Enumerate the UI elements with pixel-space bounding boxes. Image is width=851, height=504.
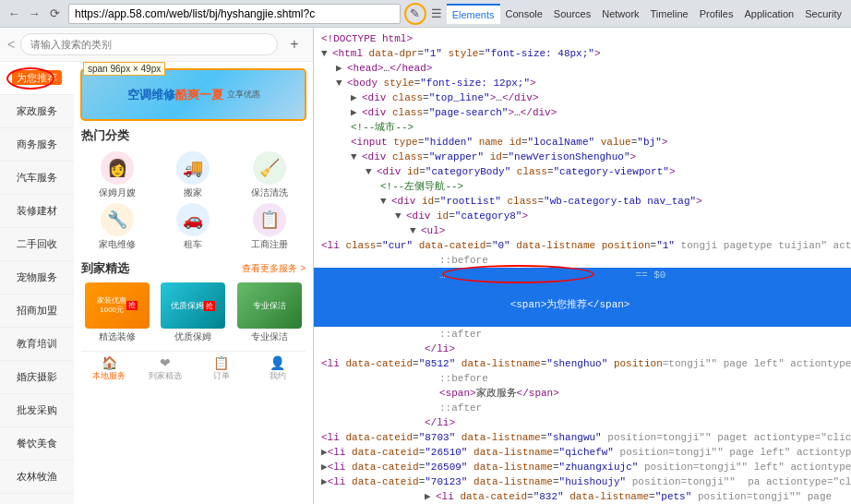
html-line: <input type="hidden" name id="localName"…	[314, 135, 851, 150]
expand-icon[interactable]: ▶	[321, 445, 328, 460]
devtools-toggle-button[interactable]: ✎	[404, 3, 426, 25]
expand-icon[interactable]: ▼	[410, 223, 421, 238]
selected-html-line[interactable]: … <span>为您推荐</span> == $0	[314, 268, 851, 327]
html-line: ::after	[314, 401, 851, 415]
browser-panel: < + 为您推荐 家政服务 商务服务 汽车服务 装修建材 二手回收 宠物服务	[0, 28, 314, 504]
html-line: <span>家政服务</span>	[314, 386, 851, 401]
banner-area: span 96px × 49px 空调维修酷爽一夏 立享优惠	[81, 69, 306, 120]
promo-item-1[interactable]: 优质保姆抢 优质保姆	[157, 282, 229, 343]
html-line: <!--左侧导航-->	[314, 179, 851, 194]
tab-console[interactable]: Console	[500, 5, 548, 23]
hot-item-1[interactable]: 🚚 搬家	[157, 151, 229, 199]
hot-icon-4: 🚗	[176, 203, 210, 236]
expand-icon[interactable]: ▶	[321, 460, 328, 474]
expand-icon[interactable]: ▼	[351, 150, 362, 164]
tab-network[interactable]: Network	[596, 5, 644, 23]
tab-elements[interactable]: Elements	[447, 4, 500, 24]
html-line: <!--城市-->	[314, 120, 851, 135]
hot-item-2[interactable]: 🧹 保洁清洗	[234, 151, 306, 199]
html-line: ▼ <body style="font-size: 12px;">	[314, 76, 851, 90]
tab-order-label: 订单	[213, 371, 230, 380]
html-line: </li>	[314, 342, 851, 356]
tab-security[interactable]: Security	[799, 5, 847, 23]
reload-button[interactable]: ⟳	[44, 4, 65, 24]
hot-label-3: 家电维修	[99, 238, 136, 251]
mobile-add-button[interactable]: +	[283, 33, 306, 55]
sidebar-item-pfcg[interactable]: 批发采购	[0, 394, 74, 427]
order-icon: 📋	[194, 355, 250, 370]
banner-text: 空调维修酷爽一夏	[127, 87, 223, 103]
tab-my-label: 我约	[270, 371, 286, 380]
sidebar-item-cwfw[interactable]: 宠物服务	[0, 261, 74, 294]
url-bar[interactable]	[68, 4, 401, 24]
back-button[interactable]: ←	[4, 4, 24, 24]
tab-dj[interactable]: ❤ 到家精选	[138, 355, 194, 382]
html-line: ▼ <div id="category8">	[314, 209, 851, 223]
sidebar-item-jypx[interactable]: 教育培训	[0, 328, 74, 361]
view-more-link[interactable]: 查看更多服务 >	[242, 262, 306, 275]
promo-item-2[interactable]: 专业保洁 专业保洁	[234, 282, 306, 343]
sidebar-item-zsjm[interactable]: 招商加盟	[0, 294, 74, 328]
browser-nav: < +	[0, 28, 313, 62]
sidebar-item-swfw[interactable]: 商务服务	[0, 128, 74, 162]
span-text: 为您推荐	[546, 299, 587, 310]
more-button[interactable]: ☰	[426, 4, 447, 24]
tag-doctype: <!DOCTYPE html>	[321, 31, 413, 46]
html-line: ▶ <div class="top_line">…</div>	[314, 90, 851, 105]
mobile-back-button[interactable]: <	[7, 37, 15, 52]
tab-dj-label: 到家精选	[149, 371, 182, 380]
html-line: <li data-cateid="8703" data-listname="sh…	[314, 430, 851, 445]
sidebar-item-jzfw[interactable]: 家政服务	[0, 95, 74, 128]
hot-item-0[interactable]: 👩 保姆月嫂	[81, 151, 153, 199]
hot-grid: 👩 保姆月嫂 🚚 搬家 🧹 保洁清洗 🔧 家电维修	[81, 151, 306, 251]
expand-icon[interactable]: ▶	[351, 105, 362, 120]
expand-icon[interactable]: ▶	[321, 474, 328, 489]
sidebar-item-wyp[interactable]: 为您推荐	[0, 62, 74, 95]
sidebar-item-nlmy[interactable]: 农林牧渔	[0, 461, 74, 494]
tab-local[interactable]: 🏠 本地服务	[81, 355, 138, 382]
expand-icon[interactable]: ▶	[336, 61, 347, 76]
html-line: ▶ <div class="page-search">…</div>	[314, 105, 851, 120]
expand-icon[interactable]: ▼	[380, 194, 391, 209]
tab-sources[interactable]: Sources	[548, 5, 596, 23]
attr: data-dpr	[369, 46, 418, 61]
browser-toolbar: ← → ⟳ ✎ ☰ Elements Console Sources Netwo…	[0, 0, 851, 28]
wyp-label: 为您推荐	[12, 70, 62, 85]
expand-icon[interactable]: ▶	[425, 489, 436, 504]
expand-icon[interactable]: ▼	[321, 46, 332, 61]
span-tag-close: </span>	[587, 299, 629, 310]
hot-item-5[interactable]: 📋 工商注册	[234, 203, 306, 251]
hot-label-5: 工商注册	[251, 238, 288, 251]
sidebar-item-hqsy[interactable]: 婚庆摄影	[0, 361, 74, 394]
tab-my[interactable]: 👤 我约	[249, 355, 306, 382]
html-line: ▶ <li data-cateid="832" data-listname="p…	[314, 489, 851, 504]
sidebar-item-cyms[interactable]: 餐饮美食	[0, 427, 74, 461]
hot-item-3[interactable]: 🔧 家电维修	[81, 203, 153, 251]
sidebar-item-qcfw[interactable]: 汽车服务	[0, 162, 74, 195]
hot-item-4[interactable]: 🚗 租车	[157, 203, 229, 251]
attr: style	[448, 46, 478, 61]
tab-application[interactable]: Application	[738, 5, 799, 23]
tab-timeline[interactable]: Timeline	[645, 5, 694, 23]
expand-icon[interactable]: ▼	[395, 209, 406, 223]
promo-item-0[interactable]: 家装优惠1000元抢 精选装修	[81, 282, 153, 343]
sidebar-item-lyjd[interactable]: 旅游酒店	[0, 494, 74, 504]
tab-order[interactable]: 📋 订单	[194, 355, 250, 382]
html-line: ▼ <div id="rootList" class="wb-category-…	[314, 194, 851, 209]
forward-button[interactable]: →	[24, 4, 44, 24]
jingxuan-header: 到家精选 查看更多服务 >	[81, 260, 306, 277]
sidebar-item-eshsh[interactable]: 二手回收	[0, 228, 74, 261]
html-line: ::before	[314, 371, 851, 386]
expand-icon[interactable]: ▼	[336, 76, 347, 90]
star-icon: ❤	[138, 355, 194, 370]
sidebar-item-zxjc[interactable]: 装修建材	[0, 195, 74, 228]
tag: >	[594, 46, 601, 61]
mobile-search-input[interactable]	[20, 33, 278, 55]
tag-head: <head>	[347, 61, 384, 76]
promo-box-2: 专业保洁	[237, 282, 302, 329]
tab-profiles[interactable]: Profiles	[694, 5, 739, 23]
hot-icon-5: 📋	[253, 203, 286, 236]
promo-label-0: 精选装修	[99, 330, 136, 343]
expand-icon[interactable]: ▶	[351, 90, 362, 105]
expand-icon[interactable]: ▼	[366, 164, 377, 179]
